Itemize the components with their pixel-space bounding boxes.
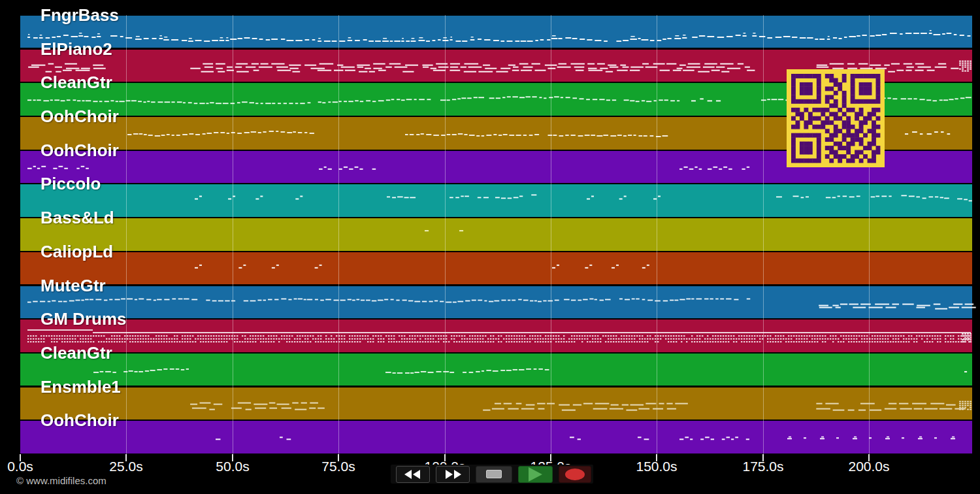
track-label: CleanGtr <box>41 344 112 361</box>
rewind-icon <box>404 470 421 479</box>
track-label: Bass&Ld <box>41 209 114 226</box>
track-label: GM Drums <box>41 310 126 327</box>
track-label: OohChoir <box>41 412 119 429</box>
fast-forward-icon <box>444 470 461 479</box>
fast-forward-button[interactable] <box>436 466 470 483</box>
record-icon <box>565 469 585 480</box>
track-label: FngrBass <box>41 7 119 24</box>
track-label: ElPiano2 <box>41 41 112 58</box>
track-label: CaliopLd <box>41 243 113 260</box>
play-icon <box>529 467 542 482</box>
qr-code <box>787 69 885 167</box>
transport-bar <box>391 465 593 484</box>
track-label: OohChoir <box>41 142 119 159</box>
track-label: MuteGtr <box>41 277 106 294</box>
track-label: CleanGtr <box>41 74 112 91</box>
play-button[interactable] <box>518 466 553 483</box>
midi-visualizer: FngrBassElPiano2CleanGtrOohChoirOohChoir… <box>0 0 980 494</box>
track-label: OohChoir <box>41 108 119 125</box>
track-label: Ensmble1 <box>41 378 121 395</box>
stop-button[interactable] <box>476 466 512 483</box>
track-label: Piccolo <box>41 175 101 192</box>
record-button[interactable] <box>559 466 591 483</box>
stop-icon <box>486 470 502 478</box>
rewind-button[interactable] <box>396 466 430 483</box>
